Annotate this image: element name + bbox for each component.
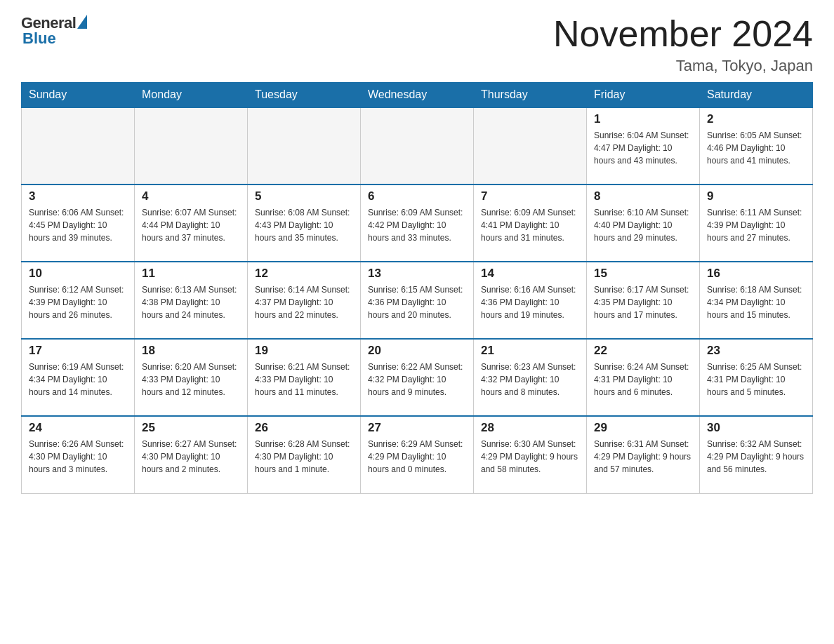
- day-info: Sunrise: 6:31 AM Sunset: 4:29 PM Dayligh…: [594, 438, 692, 476]
- day-info: Sunrise: 6:25 AM Sunset: 4:31 PM Dayligh…: [707, 361, 805, 398]
- week-row-3: 10Sunrise: 6:12 AM Sunset: 4:39 PM Dayli…: [22, 262, 813, 339]
- day-number: 11: [142, 267, 240, 281]
- calendar-table: SundayMondayTuesdayWednesdayThursdayFrid…: [21, 82, 813, 494]
- day-info: Sunrise: 6:17 AM Sunset: 4:35 PM Dayligh…: [594, 283, 692, 321]
- calendar-cell: [474, 107, 587, 185]
- day-number: 22: [594, 344, 692, 358]
- day-number: 21: [481, 344, 579, 358]
- week-row-2: 3Sunrise: 6:06 AM Sunset: 4:45 PM Daylig…: [22, 185, 813, 262]
- day-info: Sunrise: 6:22 AM Sunset: 4:32 PM Dayligh…: [368, 361, 466, 398]
- day-number: 25: [142, 421, 240, 435]
- day-info: Sunrise: 6:23 AM Sunset: 4:32 PM Dayligh…: [481, 361, 579, 398]
- day-info: Sunrise: 6:07 AM Sunset: 4:44 PM Dayligh…: [142, 206, 240, 244]
- week-row-1: 1Sunrise: 6:04 AM Sunset: 4:47 PM Daylig…: [22, 107, 813, 185]
- day-number: 12: [255, 267, 353, 281]
- day-info: Sunrise: 6:19 AM Sunset: 4:34 PM Dayligh…: [29, 361, 127, 398]
- day-number: 8: [594, 189, 692, 203]
- weekday-header-monday: Monday: [135, 83, 248, 108]
- day-info: Sunrise: 6:24 AM Sunset: 4:31 PM Dayligh…: [594, 361, 692, 398]
- calendar-cell: 14Sunrise: 6:16 AM Sunset: 4:36 PM Dayli…: [474, 262, 587, 339]
- page-header: General Blue November 2024 Tama, Tokyo, …: [21, 14, 813, 75]
- calendar-cell: 7Sunrise: 6:09 AM Sunset: 4:41 PM Daylig…: [474, 185, 587, 262]
- day-info: Sunrise: 6:20 AM Sunset: 4:33 PM Dayligh…: [142, 361, 240, 398]
- day-number: 16: [707, 267, 805, 281]
- weekday-header-sunday: Sunday: [22, 83, 135, 108]
- calendar-cell: [135, 107, 248, 185]
- calendar-cell: [361, 107, 474, 185]
- calendar-cell: 3Sunrise: 6:06 AM Sunset: 4:45 PM Daylig…: [22, 185, 135, 262]
- calendar-cell: 12Sunrise: 6:14 AM Sunset: 4:37 PM Dayli…: [248, 262, 361, 339]
- day-number: 26: [255, 421, 353, 435]
- week-row-4: 17Sunrise: 6:19 AM Sunset: 4:34 PM Dayli…: [22, 339, 813, 416]
- day-info: Sunrise: 6:29 AM Sunset: 4:29 PM Dayligh…: [368, 438, 466, 476]
- day-number: 18: [142, 344, 240, 358]
- day-info: Sunrise: 6:21 AM Sunset: 4:33 PM Dayligh…: [255, 361, 353, 398]
- day-number: 28: [481, 421, 579, 435]
- day-number: 20: [368, 344, 466, 358]
- calendar-cell: 13Sunrise: 6:15 AM Sunset: 4:36 PM Dayli…: [361, 262, 474, 339]
- day-number: 1: [594, 112, 692, 126]
- day-number: 29: [594, 421, 692, 435]
- calendar-cell: 2Sunrise: 6:05 AM Sunset: 4:46 PM Daylig…: [700, 107, 813, 185]
- logo: General Blue: [21, 14, 87, 48]
- calendar-cell: 1Sunrise: 6:04 AM Sunset: 4:47 PM Daylig…: [587, 107, 700, 185]
- logo-triangle-icon: [77, 15, 87, 29]
- calendar-cell: 20Sunrise: 6:22 AM Sunset: 4:32 PM Dayli…: [361, 339, 474, 416]
- calendar-cell: 10Sunrise: 6:12 AM Sunset: 4:39 PM Dayli…: [22, 262, 135, 339]
- day-number: 17: [29, 344, 127, 358]
- calendar-cell: 8Sunrise: 6:10 AM Sunset: 4:40 PM Daylig…: [587, 185, 700, 262]
- location: Tama, Tokyo, Japan: [553, 57, 813, 75]
- day-info: Sunrise: 6:06 AM Sunset: 4:45 PM Dayligh…: [29, 206, 127, 244]
- calendar-cell: 25Sunrise: 6:27 AM Sunset: 4:30 PM Dayli…: [135, 416, 248, 493]
- weekday-header-row: SundayMondayTuesdayWednesdayThursdayFrid…: [22, 83, 813, 108]
- day-number: 10: [29, 267, 127, 281]
- calendar-cell: 15Sunrise: 6:17 AM Sunset: 4:35 PM Dayli…: [587, 262, 700, 339]
- day-number: 15: [594, 267, 692, 281]
- calendar-cell: 16Sunrise: 6:18 AM Sunset: 4:34 PM Dayli…: [700, 262, 813, 339]
- calendar-cell: 22Sunrise: 6:24 AM Sunset: 4:31 PM Dayli…: [587, 339, 700, 416]
- calendar-cell: 21Sunrise: 6:23 AM Sunset: 4:32 PM Dayli…: [474, 339, 587, 416]
- day-number: 13: [368, 267, 466, 281]
- day-info: Sunrise: 6:26 AM Sunset: 4:30 PM Dayligh…: [29, 438, 127, 476]
- calendar-cell: 4Sunrise: 6:07 AM Sunset: 4:44 PM Daylig…: [135, 185, 248, 262]
- day-info: Sunrise: 6:14 AM Sunset: 4:37 PM Dayligh…: [255, 283, 353, 321]
- calendar-cell: 28Sunrise: 6:30 AM Sunset: 4:29 PM Dayli…: [474, 416, 587, 493]
- day-info: Sunrise: 6:10 AM Sunset: 4:40 PM Dayligh…: [594, 206, 692, 244]
- weekday-header-saturday: Saturday: [700, 83, 813, 108]
- day-info: Sunrise: 6:28 AM Sunset: 4:30 PM Dayligh…: [255, 438, 353, 476]
- day-info: Sunrise: 6:05 AM Sunset: 4:46 PM Dayligh…: [707, 129, 805, 167]
- day-info: Sunrise: 6:12 AM Sunset: 4:39 PM Dayligh…: [29, 283, 127, 321]
- day-number: 2: [707, 112, 805, 126]
- calendar-cell: [248, 107, 361, 185]
- weekday-header-friday: Friday: [587, 83, 700, 108]
- weekday-header-tuesday: Tuesday: [248, 83, 361, 108]
- day-info: Sunrise: 6:30 AM Sunset: 4:29 PM Dayligh…: [481, 438, 579, 476]
- day-info: Sunrise: 6:08 AM Sunset: 4:43 PM Dayligh…: [255, 206, 353, 244]
- day-info: Sunrise: 6:32 AM Sunset: 4:29 PM Dayligh…: [707, 438, 805, 476]
- day-number: 7: [481, 189, 579, 203]
- day-number: 27: [368, 421, 466, 435]
- calendar-cell: 29Sunrise: 6:31 AM Sunset: 4:29 PM Dayli…: [587, 416, 700, 493]
- calendar-cell: 27Sunrise: 6:29 AM Sunset: 4:29 PM Dayli…: [361, 416, 474, 493]
- day-info: Sunrise: 6:16 AM Sunset: 4:36 PM Dayligh…: [481, 283, 579, 321]
- calendar-cell: 19Sunrise: 6:21 AM Sunset: 4:33 PM Dayli…: [248, 339, 361, 416]
- day-info: Sunrise: 6:15 AM Sunset: 4:36 PM Dayligh…: [368, 283, 466, 321]
- day-number: 30: [707, 421, 805, 435]
- day-info: Sunrise: 6:27 AM Sunset: 4:30 PM Dayligh…: [142, 438, 240, 476]
- day-info: Sunrise: 6:09 AM Sunset: 4:41 PM Dayligh…: [481, 206, 579, 244]
- calendar-cell: 9Sunrise: 6:11 AM Sunset: 4:39 PM Daylig…: [700, 185, 813, 262]
- day-info: Sunrise: 6:09 AM Sunset: 4:42 PM Dayligh…: [368, 206, 466, 244]
- calendar-cell: 24Sunrise: 6:26 AM Sunset: 4:30 PM Dayli…: [22, 416, 135, 493]
- calendar-cell: 26Sunrise: 6:28 AM Sunset: 4:30 PM Dayli…: [248, 416, 361, 493]
- calendar-cell: 5Sunrise: 6:08 AM Sunset: 4:43 PM Daylig…: [248, 185, 361, 262]
- calendar-cell: [22, 107, 135, 185]
- day-number: 23: [707, 344, 805, 358]
- day-number: 5: [255, 189, 353, 203]
- calendar-cell: 17Sunrise: 6:19 AM Sunset: 4:34 PM Dayli…: [22, 339, 135, 416]
- day-number: 3: [29, 189, 127, 203]
- day-info: Sunrise: 6:04 AM Sunset: 4:47 PM Dayligh…: [594, 129, 692, 167]
- logo-blue-text: Blue: [22, 29, 56, 48]
- day-info: Sunrise: 6:11 AM Sunset: 4:39 PM Dayligh…: [707, 206, 805, 244]
- calendar-cell: 11Sunrise: 6:13 AM Sunset: 4:38 PM Dayli…: [135, 262, 248, 339]
- day-number: 19: [255, 344, 353, 358]
